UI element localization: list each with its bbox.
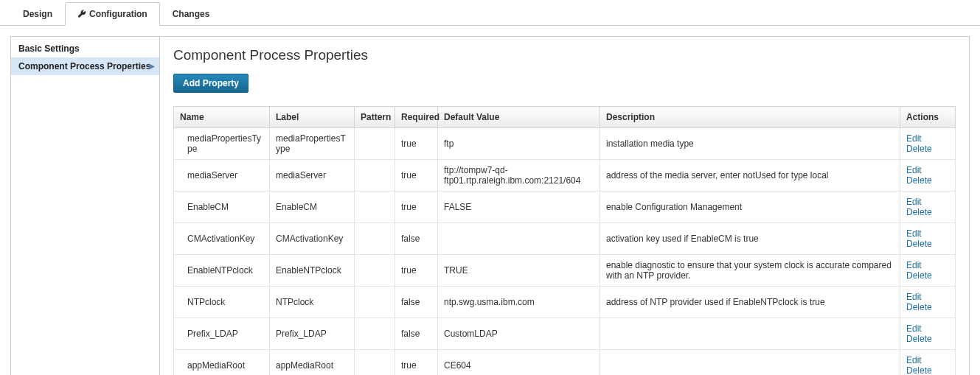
cell-description: enable diagnostic to ensure that your sy…: [600, 255, 900, 287]
col-header-label[interactable]: Label: [270, 107, 355, 128]
config-panel: Basic Settings Component Process Propert…: [10, 36, 970, 375]
cell-default-value: [438, 223, 600, 255]
edit-link[interactable]: Edit: [906, 292, 922, 302]
tab-configuration-label: Configuration: [89, 9, 147, 19]
cell-description: address of NTP provider used if EnableNT…: [600, 287, 900, 318]
delete-link[interactable]: Delete: [906, 270, 932, 281]
sidebar-item-basic-settings[interactable]: Basic Settings: [11, 40, 159, 57]
cell-name: Prefix_LDAP: [174, 318, 270, 350]
delete-link[interactable]: Delete: [906, 144, 932, 154]
cell-pattern: [355, 350, 395, 376]
cell-required: false: [395, 223, 438, 255]
cell-label: EnableNTPclock: [270, 255, 355, 287]
edit-link[interactable]: Edit: [906, 355, 922, 365]
cell-default-value: TRUE: [438, 255, 600, 287]
col-header-actions[interactable]: Actions: [900, 107, 956, 128]
cell-actions: Edit Delete: [900, 350, 956, 376]
cell-description: installation media type: [600, 128, 900, 160]
top-tabs: Design Configuration Changes: [0, 1, 980, 26]
cell-default-value: ftp: [438, 128, 600, 160]
delete-link[interactable]: Delete: [906, 334, 932, 344]
table-row: NTPclockNTPclockfalsentp.swg.usma.ibm.co…: [174, 287, 956, 318]
cell-label: mediaPropertiesType: [270, 128, 355, 160]
cell-required: true: [395, 128, 438, 160]
cell-required: true: [395, 255, 438, 287]
edit-link[interactable]: Edit: [906, 260, 922, 270]
delete-link[interactable]: Delete: [906, 175, 932, 186]
tab-design[interactable]: Design: [10, 2, 65, 26]
cell-actions: Edit Delete: [900, 128, 956, 160]
cell-name: EnableNTPclock: [174, 255, 270, 287]
delete-link[interactable]: Delete: [906, 302, 932, 312]
cell-description: enable Configuration Management: [600, 192, 900, 223]
sidebar-item-component-process-properties[interactable]: Component Process Properties ▶: [11, 57, 159, 75]
delete-link[interactable]: Delete: [906, 365, 932, 375]
edit-link[interactable]: Edit: [906, 197, 922, 207]
edit-link[interactable]: Edit: [906, 133, 922, 144]
col-header-pattern[interactable]: Pattern: [355, 107, 395, 128]
cell-default-value: CE604: [438, 350, 600, 376]
delete-link[interactable]: Delete: [906, 239, 932, 249]
edit-link[interactable]: Edit: [906, 323, 922, 334]
cell-actions: Edit Delete: [900, 223, 956, 255]
edit-link[interactable]: Edit: [906, 165, 922, 175]
cell-label: CMActivationKey: [270, 223, 355, 255]
cell-label: NTPclock: [270, 287, 355, 318]
cell-name: NTPclock: [174, 287, 270, 318]
table-row: EnableCMEnableCMtrueFALSEenable Configur…: [174, 192, 956, 223]
cell-description: address of the media server, enter notUs…: [600, 160, 900, 192]
cell-actions: Edit Delete: [900, 318, 956, 350]
cell-pattern: [355, 128, 395, 160]
main-content: Component Process Properties Add Propert…: [160, 37, 969, 375]
cell-pattern: [355, 318, 395, 350]
table-row: CMActivationKeyCMActivationKeyfalseactiv…: [174, 223, 956, 255]
cell-default-value: ntp.swg.usma.ibm.com: [438, 287, 600, 318]
cell-pattern: [355, 223, 395, 255]
wrench-icon: [77, 10, 86, 18]
page-title: Component Process Properties: [173, 47, 956, 63]
cell-name: mediaServer: [174, 160, 270, 192]
cell-description: [600, 350, 900, 376]
properties-table: Name Label Pattern Required Default Valu…: [173, 106, 956, 375]
cell-actions: Edit Delete: [900, 287, 956, 318]
cell-required: true: [395, 160, 438, 192]
table-row: mediaServermediaServertrueftp://tompw7-q…: [174, 160, 956, 192]
col-header-name[interactable]: Name: [174, 107, 270, 128]
cell-default-value: CustomLDAP: [438, 318, 600, 350]
cell-name: EnableCM: [174, 192, 270, 223]
tab-configuration[interactable]: Configuration: [65, 2, 160, 26]
cell-required: false: [395, 287, 438, 318]
cell-default-value: FALSE: [438, 192, 600, 223]
add-property-button[interactable]: Add Property: [173, 74, 249, 93]
tab-changes[interactable]: Changes: [160, 2, 223, 26]
cell-label: appMediaRoot: [270, 350, 355, 376]
cell-name: mediaPropertiesType: [174, 128, 270, 160]
edit-link[interactable]: Edit: [906, 228, 922, 239]
cell-description: [600, 318, 900, 350]
cell-name: appMediaRoot: [174, 350, 270, 376]
cell-label: EnableCM: [270, 192, 355, 223]
sidebar: Basic Settings Component Process Propert…: [11, 37, 160, 375]
table-row: Prefix_LDAPPrefix_LDAPfalseCustomLDAPEdi…: [174, 318, 956, 350]
table-row: appMediaRootappMediaRoottrueCE604Edit De…: [174, 350, 956, 376]
cell-pattern: [355, 287, 395, 318]
cell-required: true: [395, 192, 438, 223]
col-header-required[interactable]: Required: [395, 107, 438, 128]
cell-label: Prefix_LDAP: [270, 318, 355, 350]
cell-actions: Edit Delete: [900, 160, 956, 192]
cell-pattern: [355, 192, 395, 223]
cell-actions: Edit Delete: [900, 255, 956, 287]
cell-pattern: [355, 160, 395, 192]
delete-link[interactable]: Delete: [906, 207, 932, 217]
chevron-right-icon: ▶: [149, 62, 155, 70]
table-row: EnableNTPclockEnableNTPclocktrueTRUEenab…: [174, 255, 956, 287]
cell-actions: Edit Delete: [900, 192, 956, 223]
col-header-description[interactable]: Description: [600, 107, 900, 128]
sidebar-item-label: Component Process Properties: [18, 61, 150, 71]
cell-required: false: [395, 318, 438, 350]
cell-default-value: ftp://tompw7-qd-ftp01.rtp.raleigh.ibm.co…: [438, 160, 600, 192]
table-header-row: Name Label Pattern Required Default Valu…: [174, 107, 956, 128]
cell-pattern: [355, 255, 395, 287]
cell-description: activation key used if EnableCM is true: [600, 223, 900, 255]
col-header-default-value[interactable]: Default Value: [438, 107, 600, 128]
